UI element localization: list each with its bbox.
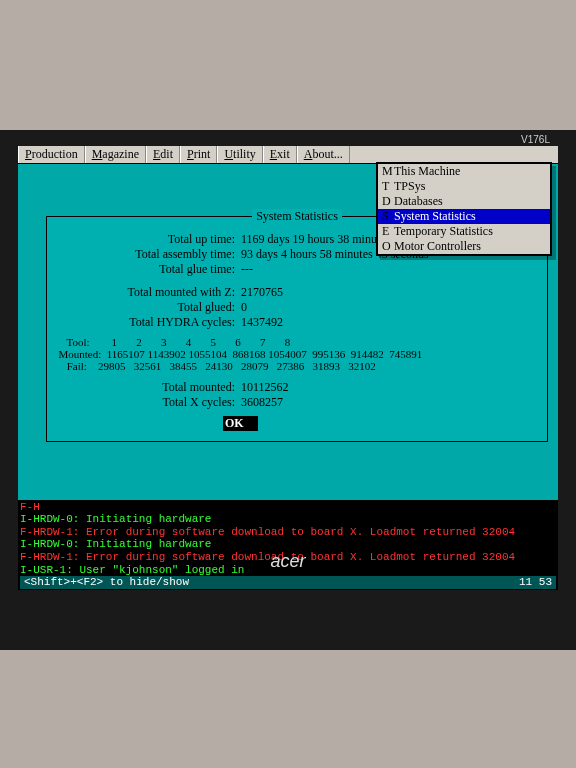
tool-mounted-row: Mounted: 1165107 1143902 1055104 868168 … [53, 348, 422, 360]
menu-exit[interactable]: Exit [263, 146, 297, 163]
menu-production[interactable]: Production [18, 146, 85, 163]
menu-utility[interactable]: Utility [217, 146, 262, 163]
monitor-model: V176L [521, 134, 550, 145]
log-line: I-HRDW-0: Initiating hardware [20, 538, 556, 551]
log-line: F-H [20, 501, 556, 514]
monitor-bezel: V176L Production Magazine Edit Print Uti… [0, 130, 576, 650]
stat-hydra: Total HYDRA cycles:1437492 [53, 315, 541, 330]
stat-total-mounted: Total mounted:10112562 [53, 380, 541, 395]
dropdown-databases[interactable]: DDatabases [378, 194, 550, 209]
status-clock: 11 53 [519, 576, 552, 589]
stat-mounted-z: Total mounted with Z:2170765 [53, 285, 541, 300]
stat-glued: Total glued:0 [53, 300, 541, 315]
about-dropdown: MThis Machine TTPSys DDatabases SSystem … [376, 162, 552, 256]
dropdown-tpsys[interactable]: TTPSys [378, 179, 550, 194]
menu-magazine[interactable]: Magazine [85, 146, 146, 163]
monitor-logo: acer [270, 551, 305, 572]
stat-x-cycles: Total X cycles:3608257 [53, 395, 541, 410]
log-line: F-HRDW-1: Error during software download… [20, 526, 556, 539]
menu-edit[interactable]: Edit [146, 146, 180, 163]
ok-button[interactable]: OK [223, 416, 258, 431]
log-line: I-HRDW-0: Initiating hardware [20, 513, 556, 526]
dropdown-system-statistics[interactable]: SSystem Statistics [378, 209, 550, 224]
message-log: F-H I-HRDW-0: Initiating hardware F-HRDW… [18, 500, 558, 590]
dropdown-motor-controllers[interactable]: OMotor Controllers [378, 239, 550, 254]
status-hint: <Shift>+<F2> to hide/show [24, 576, 189, 589]
menu-print[interactable]: Print [180, 146, 217, 163]
tool-table: Tool: 1 2 3 4 5 6 7 8 Mounted: 1165107 1… [53, 336, 541, 372]
dropdown-temporary-statistics[interactable]: ETemporary Statistics [378, 224, 550, 239]
tool-header-row: Tool: 1 2 3 4 5 6 7 8 [53, 336, 290, 348]
crt-screen: Production Magazine Edit Print Utility E… [18, 146, 558, 590]
stat-glue-time: Total glue time:--- [53, 262, 541, 277]
status-line: <Shift>+<F2> to hide/show 11 53 [20, 576, 556, 589]
menu-about[interactable]: About... [297, 146, 350, 163]
dropdown-this-machine[interactable]: MThis Machine [378, 164, 550, 179]
tool-fail-row: Fail: 29805 32561 38455 24130 28079 2738… [53, 360, 376, 372]
